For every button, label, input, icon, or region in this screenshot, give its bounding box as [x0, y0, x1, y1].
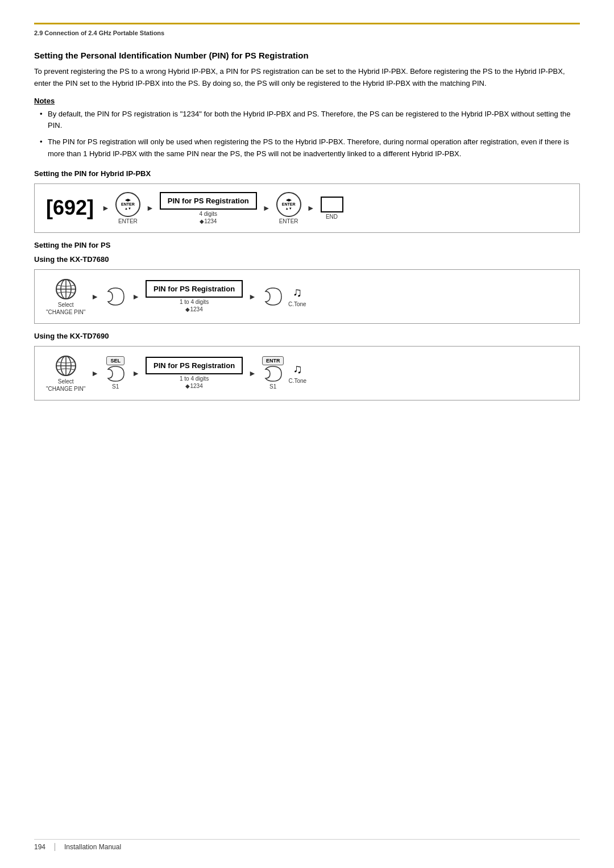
arrow-3: ► — [263, 203, 271, 212]
crescent-col-2 — [262, 286, 284, 307]
page-footer: 194 Installation Manual — [34, 839, 580, 851]
footer-divider — [55, 843, 55, 851]
pin-label-text-2: PIN for PS Registration — [154, 285, 235, 293]
arrow-4: ► — [307, 203, 315, 212]
kx7690-diagram: Select "CHANGE PIN" ► SEL S1 ► — [34, 346, 580, 400]
page-number: 194 — [34, 843, 45, 851]
kx7690-diagram-inner: Select "CHANGE PIN" ► SEL S1 ► — [46, 354, 306, 392]
crescent-icon-2 — [262, 286, 284, 307]
change-pin-label-2: "CHANGE PIN" — [46, 386, 85, 392]
kx7680-heading: Using the KX-TD7680 — [34, 255, 580, 264]
enter-button-2: ◀▶ ENTER ▲▼ — [276, 192, 301, 217]
s1-label-2: S1 — [269, 383, 276, 390]
s1-label-1: S1 — [112, 383, 119, 390]
ctone-label-2: C.Tone — [288, 378, 306, 384]
sel-col: SEL S1 — [105, 356, 126, 390]
diamond-label-1: ◆1234 — [200, 218, 217, 224]
digits-label-1: 4 digits — [199, 211, 217, 217]
sel-box: SEL — [106, 356, 125, 365]
enter-label-1: ENTER — [118, 218, 138, 224]
arrow-6: ► — [132, 292, 140, 301]
crescent-icon-3 — [105, 365, 126, 382]
digits-label-3: 1 to 4 digits — [180, 375, 209, 382]
code-number: [692] — [46, 196, 94, 220]
pin-label-box-3: PIN for PS Registration — [146, 357, 243, 374]
tone-col-1: ♫ C.Tone — [288, 285, 306, 307]
notes-list: By default, the PIN for PS registration … — [40, 108, 580, 160]
section-header-text: 2.9 Connection of 2.4 GHz Portable Stati… — [34, 30, 164, 36]
ctone-label-1: C.Tone — [288, 301, 306, 307]
select-label-2: Select — [58, 378, 74, 385]
tone-col-2: ♫ C.Tone — [288, 362, 306, 384]
end-box — [321, 197, 343, 212]
select-col-2: Select "CHANGE PIN" — [46, 354, 85, 392]
diamond-label-2: ◆1234 — [185, 306, 202, 312]
page-container: 2.9 Connection of 2.4 GHz Portable Stati… — [0, 0, 614, 443]
arrow-5: ► — [91, 292, 99, 301]
arrow-10: ► — [248, 369, 256, 378]
end-col: END — [321, 197, 343, 220]
pin-label-box-1: PIN for PS Registration — [160, 192, 257, 210]
entr-label: ENTR — [266, 358, 280, 364]
arrow-7: ► — [248, 292, 256, 301]
note-item-2: The PIN for PS registration will only be… — [40, 136, 580, 160]
arrow-9: ► — [132, 369, 140, 378]
diamond-label-3: ◆1234 — [185, 383, 202, 389]
kx7680-diagram: Select "CHANGE PIN" ► ► PIN for PS Regis… — [34, 269, 580, 324]
change-pin-label-1: "CHANGE PIN" — [46, 309, 85, 315]
arrow-2: ► — [146, 203, 154, 212]
pin-label-text-1: PIN for PS Registration — [168, 197, 249, 205]
pin-label-box-2: PIN for PS Registration — [146, 280, 243, 298]
hybrid-heading: Setting the PIN for Hybrid IP-PBX — [34, 169, 580, 178]
notes-heading: Notes — [34, 97, 580, 105]
entr-box: ENTR — [262, 356, 284, 365]
crescent-icon-4 — [262, 365, 284, 382]
footer-title: Installation Manual — [64, 843, 121, 851]
entr-col: ENTR S1 — [262, 356, 284, 390]
sel-label: SEL — [110, 358, 121, 364]
select-col-1: Select "CHANGE PIN" — [46, 278, 85, 315]
tone-note-icon-1: ♫ — [293, 285, 302, 300]
enter-btn-inner-1: ◀▶ ENTER ▲▼ — [121, 198, 135, 210]
note-item-1: By default, the PIN for PS registration … — [40, 108, 580, 132]
section-header: 2.9 Connection of 2.4 GHz Portable Stati… — [34, 23, 580, 37]
pin-label-col-3: PIN for PS Registration 1 to 4 digits ◆1… — [146, 357, 243, 389]
enter-button-1: ◀▶ ENTER ▲▼ — [115, 192, 140, 217]
pin-label-col-2: PIN for PS Registration 1 to 4 digits ◆1… — [146, 280, 243, 312]
globe-icon-1 — [55, 278, 77, 301]
crescent-col-1 — [105, 286, 126, 307]
enter-col-1: ◀▶ ENTER ▲▼ ENTER — [115, 192, 140, 224]
ps-heading: Setting the PIN for PS — [34, 241, 580, 249]
pin-label-col: PIN for PS Registration 4 digits ◆1234 — [160, 192, 257, 224]
kx7690-heading: Using the KX-TD7690 — [34, 332, 580, 340]
main-heading: Setting the Personal Identification Numb… — [34, 51, 580, 60]
body-text-1: To prevent registering the PS to a wrong… — [34, 66, 580, 90]
select-label-1: Select — [58, 302, 74, 308]
kx7680-diagram-inner: Select "CHANGE PIN" ► ► PIN for PS Regis… — [46, 278, 306, 315]
notes-section: Notes By default, the PIN for PS registr… — [34, 97, 580, 160]
enter-col-2: ◀▶ ENTER ▲▼ ENTER — [276, 192, 301, 224]
arrow-1: ► — [102, 203, 110, 212]
tone-note-icon-2: ♫ — [293, 362, 302, 377]
arrow-8: ► — [91, 369, 99, 378]
end-label: END — [326, 214, 338, 220]
hybrid-diagram-inner: [692] ► ◀▶ ENTER ▲▼ ENTER ► PIN for PS — [46, 192, 343, 224]
crescent-icon-1 — [105, 286, 126, 307]
globe-icon-2 — [55, 354, 77, 377]
hybrid-diagram: [692] ► ◀▶ ENTER ▲▼ ENTER ► PIN for PS — [34, 183, 580, 233]
pin-label-text-3: PIN for PS Registration — [154, 361, 235, 370]
enter-label-2: ENTER — [279, 218, 298, 224]
digits-label-2: 1 to 4 digits — [180, 299, 209, 305]
number-col: [692] — [46, 196, 96, 220]
enter-btn-inner-2: ◀▶ ENTER ▲▼ — [282, 198, 296, 210]
